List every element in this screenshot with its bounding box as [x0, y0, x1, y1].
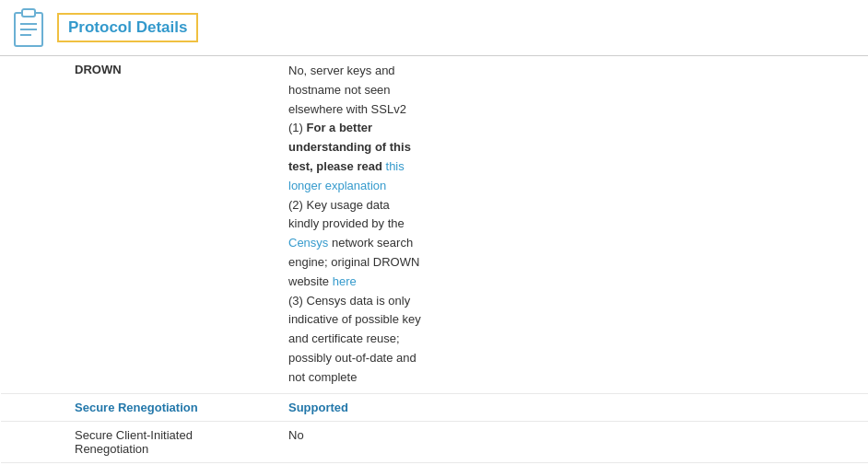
- clipboard-icon: [11, 7, 46, 48]
- drown-note-line1: No, server keys and hostname not seen el…: [288, 62, 421, 119]
- secure-client-value: No: [277, 421, 432, 462]
- drown-value: No, server keys and hostname not seen el…: [277, 56, 432, 393]
- protocol-details-table: DROWN No, server keys and hostname not s…: [0, 56, 868, 465]
- drown-note-line2: (1) For a better understanding of this t…: [288, 119, 421, 195]
- drown-note-line3: (2) Key usage data kindly provided by th…: [288, 196, 421, 292]
- secure-client-label: Secure Client-Initiated Renegotiation: [1, 421, 277, 462]
- here-link[interactable]: here: [333, 274, 357, 288]
- header: Protocol Details: [0, 0, 868, 56]
- page-title: Protocol Details: [57, 13, 198, 42]
- secure-client-row: Secure Client-Initiated Renegotiation No: [1, 421, 868, 462]
- censys-link[interactable]: Censys: [288, 236, 328, 250]
- drown-note-line4: (3) Censys data is only indicative of po…: [288, 292, 421, 388]
- drown-note-row: DROWN No, server keys and hostname not s…: [1, 56, 868, 393]
- secure-renegotiation-value: Supported: [277, 393, 432, 421]
- page-wrapper: Protocol Details DROWN No, server keys a…: [0, 0, 868, 465]
- svg-rect-1: [22, 9, 35, 17]
- drown-label: DROWN: [1, 56, 277, 393]
- secure-renegotiation-row: Secure Renegotiation Supported: [1, 393, 868, 421]
- secure-renegotiation-label: Secure Renegotiation: [1, 393, 277, 421]
